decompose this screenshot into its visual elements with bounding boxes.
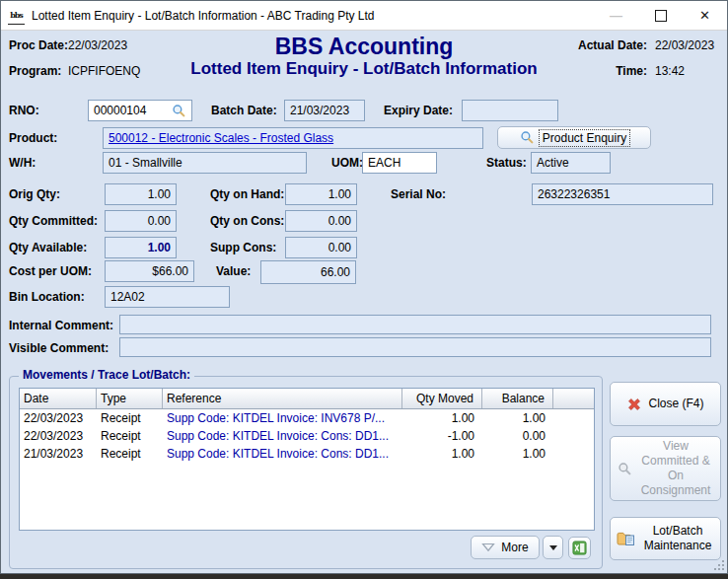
product-label: Product: — [9, 131, 57, 145]
view-committed-search-icon — [618, 462, 632, 476]
cell-type: Receipt — [97, 429, 163, 443]
status-label: Status: — [486, 156, 527, 170]
cell-qty-moved: 1.00 — [402, 411, 482, 425]
close-x-icon — [626, 397, 642, 412]
movements-table-header: Date Type Reference Qty Moved Balance — [20, 389, 594, 409]
qty-committed-label: Qty Committed: — [9, 214, 98, 228]
close-button[interactable]: Close (F4) — [610, 382, 721, 426]
view-committed-button-label: View Committed & On Consignment — [638, 439, 713, 498]
cell-type: Receipt — [97, 411, 163, 425]
cell-date: 22/03/2023 — [20, 411, 97, 425]
orig-qty-label: Orig Qty: — [9, 187, 60, 201]
status-field: Active — [531, 152, 611, 174]
uom-label: UOM: — [331, 156, 363, 170]
serial-no-value: 26322326351 — [538, 187, 610, 201]
app-icon: bbs — [8, 7, 25, 25]
qty-committed-value: 0.00 — [148, 214, 171, 228]
visible-comment-label: Visible Comment: — [9, 341, 109, 355]
cell-reference: Supp Code: KITDEL Invoice: Cons: DD1... — [163, 429, 402, 443]
product-link[interactable]: 500012 - Electronic Scales - Frosted Gla… — [109, 131, 333, 145]
cost-per-uom-field: $66.00 — [105, 260, 194, 282]
lot-batch-maintenance-button[interactable]: Lot/Batch Maintenance — [610, 517, 721, 560]
cell-date: 22/03/2023 — [20, 429, 97, 443]
product-enquiry-search-icon — [520, 130, 535, 145]
uom-field[interactable]: EACH — [362, 152, 437, 174]
rno-value: 00000104 — [94, 104, 146, 117]
col-header-type[interactable]: Type — [97, 389, 163, 408]
window-controls: — ✕ — [594, 1, 727, 30]
cell-balance: 0.00 — [482, 429, 553, 443]
qty-on-hand-value: 1.00 — [328, 187, 351, 201]
time-value: 13:42 — [655, 64, 685, 78]
qty-committed-field: 0.00 — [105, 210, 177, 232]
title-bar: bbs Lotted Item Enquiry - Lot/Batch Info… — [1, 1, 727, 31]
movement-row[interactable]: 22/03/2023 Receipt Supp Code: KITDEL Inv… — [20, 427, 594, 445]
movements-group-label: Movements / Trace Lot/Batch: — [19, 368, 194, 382]
movement-row[interactable]: 21/03/2023 Receipt Supp Code: KITDEL Inv… — [20, 445, 594, 463]
value-value: 66.00 — [321, 265, 350, 279]
rno-label: RNO: — [9, 104, 39, 117]
movement-row[interactable]: 22/03/2023 Receipt Supp Code: KITDEL Inv… — [20, 409, 594, 427]
product-enquiry-button[interactable]: Product Enquiry — [497, 126, 651, 149]
cell-qty-moved: 1.00 — [402, 447, 482, 461]
view-committed-button: View Committed & On Consignment — [610, 436, 721, 501]
qty-available-label: Qty Available: — [9, 241, 87, 254]
time-label: Time: — [534, 64, 647, 78]
supp-cons-value: 0.00 — [328, 241, 351, 254]
orig-qty-field: 1.00 — [105, 183, 177, 205]
close-window-button[interactable]: ✕ — [683, 1, 727, 30]
rno-search-icon[interactable] — [172, 104, 186, 118]
internal-comment-label: Internal Comment: — [9, 319, 113, 332]
app-window: bbs Lotted Item Enquiry - Lot/Batch Info… — [0, 0, 728, 574]
qty-available-value: 1.00 — [148, 241, 171, 254]
expiry-date-label: Expiry Date: — [384, 104, 453, 117]
cell-date: 21/03/2023 — [20, 447, 97, 461]
maximize-button[interactable] — [638, 1, 683, 30]
cost-per-uom-label: Cost per UOM: — [9, 264, 92, 278]
minimize-button[interactable]: — — [594, 1, 638, 30]
col-header-balance[interactable]: Balance — [482, 389, 553, 408]
uom-value: EACH — [368, 156, 400, 170]
cost-per-uom-value: $66.00 — [152, 264, 188, 278]
batch-date-value: 21/03/2023 — [290, 104, 349, 117]
dropdown-arrow-icon — [549, 545, 557, 550]
cell-reference: Supp Code: KITDEL Invoice: Cons: DD1... — [163, 447, 402, 461]
product-field: 500012 - Electronic Scales - Frosted Gla… — [103, 127, 483, 149]
value-label: Value: — [216, 264, 251, 278]
maximize-icon — [655, 10, 667, 22]
serial-no-field: 26322326351 — [532, 183, 713, 205]
col-header-qty-moved[interactable]: Qty Moved — [402, 389, 482, 408]
expiry-date-field — [462, 100, 558, 121]
batch-date-label: Batch Date: — [211, 104, 277, 117]
movements-table: Date Type Reference Qty Moved Balance 22… — [19, 388, 595, 531]
cell-balance: 1.00 — [482, 411, 553, 425]
wh-value: 01 - Smallville — [109, 156, 182, 170]
qty-available-field: 1.00 — [105, 237, 177, 258]
wh-field: 01 - Smallville — [103, 152, 307, 174]
internal-comment-field — [119, 315, 711, 334]
col-header-date[interactable]: Date — [20, 389, 97, 408]
cell-type: Receipt — [97, 447, 163, 461]
col-header-reference[interactable]: Reference — [163, 389, 402, 408]
lot-batch-maintenance-label: Lot/Batch Maintenance — [641, 524, 714, 553]
col-header-filler — [553, 389, 594, 408]
more-dropdown-button[interactable] — [543, 536, 563, 559]
qty-on-cons-label: Qty on Cons: — [210, 214, 284, 228]
wh-label: W/H: — [9, 156, 36, 170]
folder-document-icon — [617, 531, 635, 546]
window-title: Lotted Item Enquiry - Lot/Batch Informat… — [32, 9, 375, 23]
resize-grip[interactable] — [714, 560, 724, 570]
serial-no-label: Serial No: — [391, 187, 446, 201]
status-value: Active — [537, 156, 569, 170]
cell-balance: 1.00 — [482, 447, 553, 461]
rno-input[interactable]: 00000104 — [88, 100, 192, 121]
product-enquiry-label: Product Enquiry — [541, 131, 628, 145]
actual-date-value: 22/03/2023 — [655, 38, 714, 52]
excel-icon — [572, 541, 587, 555]
supp-cons-label: Supp Cons: — [210, 241, 276, 254]
more-button[interactable]: More — [471, 536, 540, 559]
orig-qty-value: 1.00 — [148, 187, 171, 201]
qty-on-hand-field: 1.00 — [285, 183, 357, 205]
cell-reference: Supp Code: KITDEL Invoice: INV678 P/... — [163, 411, 402, 425]
excel-export-button[interactable] — [568, 537, 591, 559]
